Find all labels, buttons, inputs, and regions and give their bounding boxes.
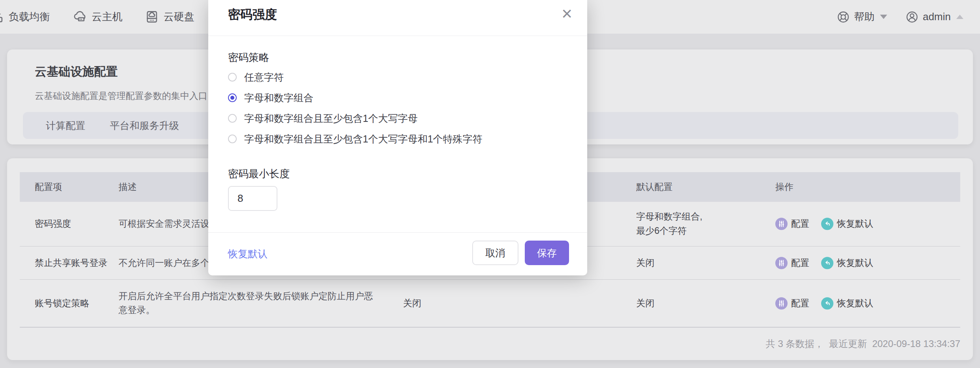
dialog-footer-divider — [208, 232, 587, 233]
page-title: 云基础设施配置 — [35, 64, 118, 80]
configure-button[interactable]: 配置 — [775, 296, 809, 311]
config-item-name: 密码强度 — [35, 217, 71, 231]
user-label: admin — [923, 11, 951, 23]
column-header-actions: 操作 — [775, 172, 793, 202]
restore-default-label: 恢复默认 — [837, 296, 873, 311]
column-header-item: 配置项 — [35, 172, 62, 202]
undo-arrow-icon — [821, 218, 833, 230]
radio-icon[interactable] — [228, 73, 237, 82]
nav-item-label: 云主机 — [92, 10, 122, 24]
tab-platform-upgrade[interactable]: 平台和服务升级 — [110, 119, 179, 132]
restore-default-button[interactable]: 恢复默认 — [821, 217, 873, 231]
row-actions: 配置 恢复默认 — [775, 296, 873, 311]
password-policy-label: 密码策略 — [228, 51, 269, 64]
min-length-label: 密码最小长度 — [228, 167, 290, 181]
configure-button[interactable]: 配置 — [775, 217, 809, 231]
radio-option-label: 字母和数字组合且至少包含1个大写字母 — [244, 112, 418, 125]
save-button[interactable]: 保存 — [525, 241, 569, 265]
load-balancer-icon — [0, 9, 4, 24]
configure-label: 配置 — [791, 256, 809, 270]
sliders-icon — [775, 257, 788, 269]
user-icon — [905, 10, 919, 24]
cloud-disk-icon — [145, 9, 159, 24]
restore-default-link[interactable]: 恢复默认 — [228, 247, 268, 260]
user-menu[interactable]: admin — [905, 10, 963, 24]
table-row: 账号锁定策略 开启后允许全平台用户指定次数登录失败后锁账户定防止用户恶意登录。 … — [20, 280, 960, 327]
nav-item-load-balancer[interactable]: 负载均衡 — [0, 0, 50, 34]
table-footer-summary: 共 3 条数据， 最近更新 2020-09-18 13:34:37 — [20, 327, 960, 360]
config-item-name: 账号锁定策略 — [35, 296, 89, 311]
column-header-default: 默认配置 — [636, 172, 673, 202]
chevron-up-icon — [956, 15, 963, 19]
radio-icon[interactable] — [228, 114, 237, 123]
dialog-title: 密码强度 — [228, 6, 277, 23]
help-menu[interactable]: 帮助 — [837, 10, 887, 24]
dialog-header-divider — [208, 36, 587, 36]
cloud-server-icon — [73, 9, 87, 24]
restore-default-button[interactable]: 恢复默认 — [821, 296, 873, 311]
radio-option-with-uppercase-and-special[interactable]: 字母和数字组合且至少包含1个大写字母和1个特殊字符 — [228, 133, 482, 145]
chevron-down-icon — [880, 15, 887, 19]
configure-label: 配置 — [791, 217, 809, 231]
radio-option-any-characters[interactable]: 任意字符 — [228, 71, 284, 83]
radio-option-label: 字母和数字组合 — [244, 91, 313, 104]
nav-item-cloud-server[interactable]: 云主机 — [73, 0, 122, 34]
config-description: 开启后允许全平台用户指定次数登录失败后锁账户定防止用户恶意登录。 — [119, 289, 375, 317]
password-strength-dialog: 密码强度 × 密码策略 任意字符 字母和数字组合 字母和数字组合且至少包含1个大… — [208, 0, 587, 275]
help-label: 帮助 — [854, 10, 874, 24]
page-description: 云基础设施配置是管理配置参数的集中入口， — [35, 90, 217, 102]
config-item-name: 禁止共享账号登录 — [35, 256, 107, 270]
row-actions: 配置 恢复默认 — [775, 217, 873, 231]
radio-option-with-uppercase[interactable]: 字母和数字组合且至少包含1个大写字母 — [228, 112, 418, 124]
restore-default-label: 恢复默认 — [837, 256, 873, 270]
radio-option-label: 字母和数字组合且至少包含1个大写字母和1个特殊字符 — [244, 133, 482, 146]
default-config: 字母和数字组合, 最少6个字符 — [636, 210, 702, 238]
configure-label: 配置 — [791, 296, 809, 311]
min-length-input[interactable] — [228, 186, 277, 211]
undo-arrow-icon — [821, 257, 833, 269]
row-actions: 配置 恢复默认 — [775, 256, 873, 270]
nav-item-cloud-disk[interactable]: 云硬盘 — [145, 0, 194, 34]
nav-right: 帮助 admin — [837, 0, 963, 34]
radio-option-letters-and-digits[interactable]: 字母和数字组合 — [228, 92, 313, 104]
default-config: 关闭 — [636, 256, 654, 270]
restore-default-button[interactable]: 恢复默认 — [821, 256, 873, 270]
current-config: 关闭 — [403, 296, 421, 311]
configure-button[interactable]: 配置 — [775, 256, 809, 270]
tab-compute-config[interactable]: 计算配置 — [46, 119, 85, 132]
help-icon — [837, 10, 850, 24]
cancel-button[interactable]: 取消 — [472, 241, 518, 265]
restore-default-label: 恢复默认 — [837, 217, 873, 231]
close-icon[interactable]: × — [562, 1, 572, 26]
default-config: 关闭 — [636, 296, 654, 311]
radio-selected-icon[interactable] — [228, 93, 237, 102]
nav-item-label: 负载均衡 — [9, 10, 50, 24]
nav-item-label: 云硬盘 — [164, 10, 194, 24]
undo-arrow-icon — [821, 297, 833, 309]
sliders-icon — [775, 297, 788, 309]
sliders-icon — [775, 218, 788, 230]
radio-icon[interactable] — [228, 135, 237, 143]
column-header-description: 描述 — [119, 172, 137, 202]
radio-option-label: 任意字符 — [244, 71, 284, 84]
